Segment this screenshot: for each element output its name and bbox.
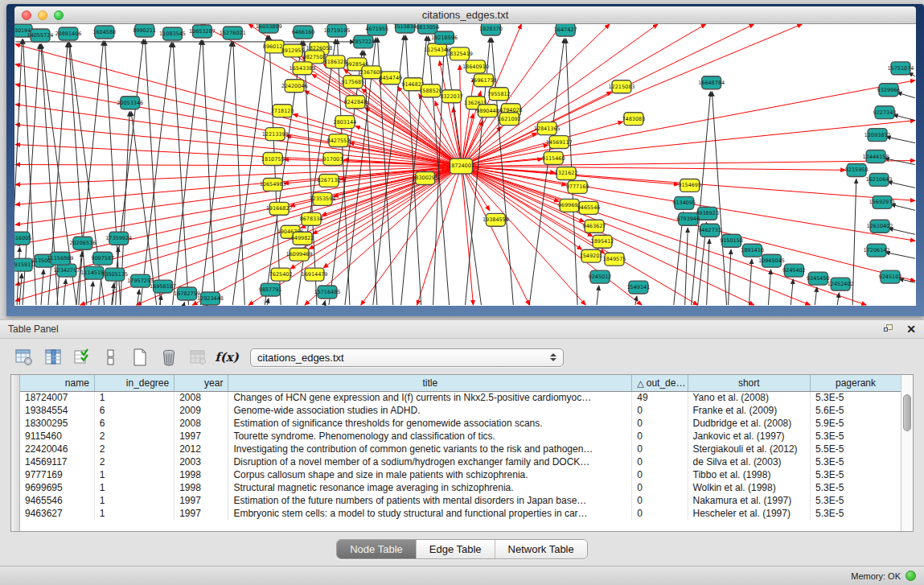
tab-edge-table[interactable]: Edge Table <box>416 540 495 558</box>
table-cell: Changes of HCN gene expression and I(f) … <box>228 391 632 404</box>
graph-node-label: 2718120 <box>271 108 294 114</box>
citation-edge-red[interactable] <box>462 166 867 305</box>
graph-node-label: 16099469 <box>286 251 313 257</box>
citation-edge[interactable] <box>685 228 688 305</box>
citation-edge[interactable] <box>749 259 751 305</box>
column-header-name[interactable]: name <box>20 375 94 391</box>
graph-node-label: 9245450 <box>807 275 830 282</box>
graph-node-label: 20891406 <box>55 31 81 37</box>
citation-edge[interactable] <box>145 39 160 305</box>
citation-edge[interactable] <box>597 286 599 305</box>
table-settings-icon[interactable] <box>14 347 35 368</box>
table-row[interactable]: 911546021997Tourette syndrome. Phenomeno… <box>20 430 901 443</box>
row-check-icon[interactable] <box>72 347 92 368</box>
column-header-pagerank[interactable]: pagerank <box>811 375 901 391</box>
table-row[interactable]: 977716911998Corpus callosum shape and si… <box>20 468 901 481</box>
citation-edge[interactable] <box>232 35 267 305</box>
float-panel-icon[interactable] <box>884 324 895 334</box>
import-table-icon[interactable] <box>187 347 208 368</box>
table-row[interactable]: 1938455462009Genome-wide association stu… <box>20 404 901 417</box>
citation-edge[interactable] <box>791 279 793 305</box>
citation-edge[interactable] <box>203 40 215 305</box>
tab-node-table[interactable]: Node Table <box>337 540 416 558</box>
column-header-indegree[interactable]: in_degree <box>94 375 174 391</box>
citation-edge[interactable] <box>815 287 817 305</box>
table-row[interactable]: 1456911722003Disruption of a novel membe… <box>20 455 901 468</box>
window-titlebar[interactable]: citations_edges.txt <box>14 6 916 24</box>
tab-network-table[interactable]: Network Table <box>495 540 587 558</box>
citation-edge[interactable] <box>19 274 22 305</box>
table-scrollbar[interactable] <box>901 375 913 531</box>
graph-node-label: 15751074 <box>887 65 914 72</box>
citation-edge[interactable] <box>297 39 335 305</box>
scrollbar-thumb[interactable] <box>903 394 911 431</box>
graph-node-label: 12444158 <box>863 154 889 160</box>
citation-edge[interactable] <box>41 270 43 305</box>
graph-node-label: 1604588 <box>92 29 116 35</box>
citation-edge[interactable] <box>138 290 140 305</box>
table-cell: 6 <box>94 417 174 430</box>
table-row[interactable]: 1872400712008Changes of HCN gene express… <box>20 391 901 404</box>
column-header-year[interactable]: year <box>175 375 228 391</box>
citation-edge[interactable] <box>17 247 19 305</box>
graph-node-label: 15276021 <box>220 30 246 36</box>
delete-table-icon[interactable] <box>158 347 179 368</box>
table-row[interactable]: 946554611997Estimation of the future num… <box>20 494 901 507</box>
formula-icon[interactable]: f(x) <box>216 347 237 368</box>
graph-node-label: 9175685 <box>341 79 364 85</box>
table-cell: 1 <box>94 494 174 507</box>
close-panel-icon[interactable]: ✕ <box>906 323 916 335</box>
citation-edge[interactable] <box>91 282 93 305</box>
citation-edge[interactable] <box>897 93 914 98</box>
table-cell: 5.3E-5 <box>811 507 901 520</box>
graph-node-label: 12841365 <box>534 126 561 132</box>
table-row[interactable]: 969969511998Structural magnetic resonanc… <box>20 481 901 494</box>
citation-edge[interactable] <box>712 92 726 305</box>
column-header-short[interactable]: short <box>688 375 811 391</box>
row-height-icon[interactable] <box>101 347 121 368</box>
graph-node-label: 1928370 <box>479 26 503 32</box>
citation-edge[interactable] <box>324 301 325 305</box>
graph-node-label: 22420046 <box>281 83 308 89</box>
citation-edge-red[interactable] <box>462 24 610 166</box>
graph-node-label: 16210643 <box>866 176 893 183</box>
new-table-icon[interactable] <box>129 347 150 368</box>
graph-node-label: 7515834 <box>393 24 417 30</box>
citation-edge[interactable] <box>233 42 244 305</box>
citation-edge[interactable] <box>173 40 202 305</box>
citation-edge[interactable] <box>768 270 770 305</box>
citation-edge-red[interactable] <box>462 121 915 167</box>
graph-node-label: 1895412 <box>591 238 614 245</box>
citation-edge[interactable] <box>141 43 172 305</box>
citation-edge-red[interactable] <box>462 166 846 170</box>
network-canvas[interactable]: 1872400789601238912955182260589827508818… <box>14 24 916 306</box>
column-header-title[interactable]: title <box>228 375 632 391</box>
citation-edge[interactable] <box>200 42 232 305</box>
select-column-icon[interactable] <box>43 347 64 368</box>
citation-edge[interactable] <box>893 114 915 120</box>
citation-edge[interactable] <box>267 299 269 305</box>
table-cell: 19384554 <box>20 404 94 417</box>
citation-edge[interactable] <box>707 239 710 305</box>
table-cell: 9463627 <box>20 507 94 520</box>
table-cell: Dudbridge et al. (2008) <box>688 417 811 430</box>
citation-edge[interactable] <box>64 279 66 305</box>
citation-edge[interactable] <box>173 43 188 305</box>
column-header-outde[interactable]: △out_de… <box>632 375 688 391</box>
citation-edge-red[interactable] <box>462 80 915 167</box>
table-cell: 0 <box>632 443 688 455</box>
citation-edge-red[interactable] <box>462 166 642 305</box>
graph-node-label: 6466160 <box>292 29 315 35</box>
graph-node-label: 9097587 <box>91 255 114 262</box>
network-file-select[interactable]: citations_edges.txt <box>250 348 564 367</box>
table-cell: 5.3E-5 <box>811 455 901 468</box>
graph-node-label: 16648784 <box>698 80 725 86</box>
table-row[interactable]: 2242004622012Investigating the contribut… <box>20 443 901 455</box>
citation-edge[interactable] <box>184 303 185 305</box>
table-cell: 0 <box>632 507 688 520</box>
table-row[interactable]: 946362711997Embryonic stem cells: a mode… <box>20 507 901 520</box>
table-row[interactable]: 1830029562008Estimation of significance … <box>20 417 901 430</box>
citation-edge[interactable] <box>837 293 839 305</box>
citation-edge-red[interactable] <box>15 166 461 204</box>
citation-edge-red[interactable] <box>15 166 461 245</box>
